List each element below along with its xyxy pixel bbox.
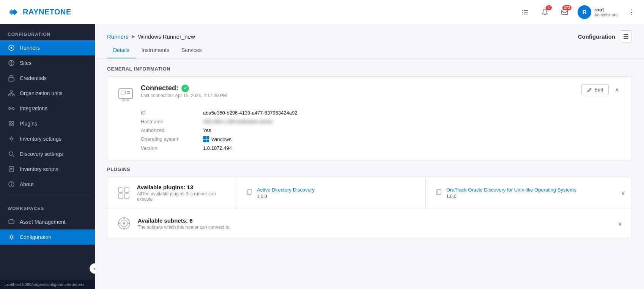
sidebar-item-runners[interactable]: Runners	[0, 40, 95, 55]
more-options-btn[interactable]: ⋮	[625, 6, 638, 18]
breadcrumb-parent[interactable]: Runners	[107, 33, 129, 40]
svg-rect-34	[124, 194, 129, 198]
svg-rect-4	[524, 12, 528, 13]
sidebar-collapse-btn[interactable]: ◀	[90, 263, 95, 274]
collapse-button[interactable]: ∧	[612, 85, 622, 95]
svg-rect-3	[522, 12, 523, 13]
topbar: RAYNETONE 1 373	[0, 0, 644, 24]
notification-btn[interactable]: 1	[538, 5, 552, 19]
svg-rect-38	[437, 190, 441, 194]
plugins-card: Available plugins: 13 All the available …	[107, 177, 632, 238]
edit-icon	[587, 87, 592, 93]
header-menu-btn[interactable]: ☰	[620, 30, 632, 42]
svg-rect-18	[9, 124, 11, 126]
sidebar-item-inventory-settings[interactable]: Inventory settings	[0, 131, 95, 146]
version-value: 1.0.1872.494	[203, 145, 232, 151]
plugin-items: Active Directory Discovery 1.0.0 OraTrac…	[236, 177, 615, 209]
sidebar-item-inventory-scripts-label: Inventory scripts	[20, 166, 58, 172]
plugin-primary-icon	[117, 185, 131, 201]
logo[interactable]: RAYNETONE	[6, 5, 71, 19]
messages-btn[interactable]: 373	[558, 5, 572, 19]
runners-icon	[8, 44, 15, 52]
tab-instruments[interactable]: Instruments	[135, 42, 175, 58]
general-info-card: Connected: ✓ Last connection: Apr 15, 20…	[107, 76, 632, 160]
plugin-primary-subtitle: All the available plugins this runner ca…	[137, 191, 227, 202]
breadcrumb-arrow: ▶	[132, 34, 135, 39]
edit-button[interactable]: Edit	[581, 84, 609, 95]
details-row-hostname: Hostname 192.168.1.100 hostname-server	[141, 117, 622, 126]
content-area: General information	[95, 58, 644, 289]
details-row-os: Operating system Windows	[141, 135, 622, 144]
tab-services[interactable]: Services	[175, 42, 208, 58]
subnets-icon	[117, 216, 132, 231]
subnets-subtitle: The subnets which this runner can connec…	[138, 225, 229, 230]
sidebar-item-integrations-label: Integrations	[20, 105, 47, 112]
authorized-value: Yes	[203, 127, 211, 133]
avatar: R	[578, 5, 591, 19]
hamburger-icon: ☰	[623, 33, 628, 40]
sidebar-item-asset-management[interactable]: Asset Management	[0, 214, 95, 229]
header-actions: Configuration ☰	[578, 30, 632, 42]
org-units-icon	[8, 90, 15, 97]
sidebar-item-configuration[interactable]: Configuration	[0, 229, 95, 245]
runner-status-info: Connected: ✓ Last connection: Apr 15, 20…	[141, 84, 227, 98]
integrations-icon	[8, 105, 15, 112]
puzzle-icon	[117, 186, 131, 200]
user-role: Administrator	[594, 13, 619, 17]
svg-point-41	[123, 222, 125, 225]
subnets-info: Available subnets: 6 The subnets which t…	[138, 217, 229, 230]
runner-icon	[117, 84, 135, 102]
sidebar-item-organization-units[interactable]: Organization units	[0, 86, 95, 101]
breadcrumb-current: Windows Runner_new	[138, 33, 195, 40]
sidebar-item-about[interactable]: About	[0, 177, 95, 192]
subnets-expand-btn[interactable]: ∨	[618, 220, 622, 227]
logo-text: RAYNETONE	[23, 8, 71, 16]
sidebar-item-inventory-scripts[interactable]: Inventory scripts	[0, 162, 95, 177]
plugins-expand-btn[interactable]: ∨	[615, 177, 631, 209]
sidebar-item-credentials[interactable]: Credentials	[0, 71, 95, 86]
sidebar-item-asset-management-label: Asset Management	[20, 219, 66, 225]
details-row-id: ID aba5e350-b296-4139-a477-637953424a92	[141, 108, 622, 117]
credentials-icon	[8, 74, 15, 82]
subnets-left: Available subnets: 6 The subnets which t…	[117, 216, 229, 231]
svg-rect-16	[9, 121, 11, 123]
messages-badge: 373	[562, 5, 572, 10]
sidebar: Configuration Runners Sites Credentials …	[0, 24, 95, 289]
svg-rect-12	[8, 94, 10, 96]
svg-point-44	[118, 223, 120, 224]
svg-rect-5	[522, 14, 523, 14]
windows-icon	[203, 136, 209, 142]
username: root	[594, 7, 619, 13]
discovery-settings-icon	[8, 150, 15, 158]
sidebar-item-sites-label: Sites	[20, 60, 31, 66]
plugin-primary: Available plugins: 13 All the available …	[107, 177, 236, 209]
sidebar-item-runners-label: Runners	[20, 45, 40, 51]
list-icon-btn[interactable]	[518, 5, 532, 19]
subnets-title: Available subnets: 6	[138, 217, 229, 224]
svg-rect-11	[10, 91, 13, 92]
svg-point-45	[128, 223, 130, 224]
details-row-version: Version 1.0.1872.494	[141, 144, 622, 152]
sidebar-item-about-label: About	[20, 181, 34, 187]
details-table: ID aba5e350-b296-4139-a477-637953424a92 …	[141, 108, 622, 152]
authorized-label: Authorized	[141, 127, 194, 133]
breadcrumb: Runners ▶ Windows Runner_new	[107, 33, 195, 40]
svg-rect-32	[124, 188, 129, 192]
svg-rect-19	[12, 124, 14, 126]
configuration-icon	[8, 233, 15, 241]
tab-details[interactable]: Details	[107, 42, 135, 58]
sidebar-item-integrations[interactable]: Integrations	[0, 101, 95, 116]
sidebar-item-sites[interactable]: Sites	[0, 55, 95, 71]
user-info: root Administrator	[594, 7, 619, 17]
svg-rect-33	[118, 194, 123, 198]
sidebar-item-plugins[interactable]: Plugins	[0, 116, 95, 131]
sidebar-item-plugins-label: Plugins	[20, 121, 37, 127]
runner-last-connection: Last connection: Apr 15, 2024, 2:17:20 P…	[141, 93, 227, 98]
user-menu[interactable]: R root Administrator	[578, 5, 619, 19]
svg-rect-28	[121, 91, 126, 94]
sidebar-item-discovery-settings[interactable]: Discovery settings	[0, 146, 95, 162]
inventory-scripts-icon	[8, 165, 15, 173]
svg-rect-7	[562, 10, 568, 14]
svg-rect-1	[522, 10, 523, 11]
svg-point-15	[13, 108, 14, 110]
